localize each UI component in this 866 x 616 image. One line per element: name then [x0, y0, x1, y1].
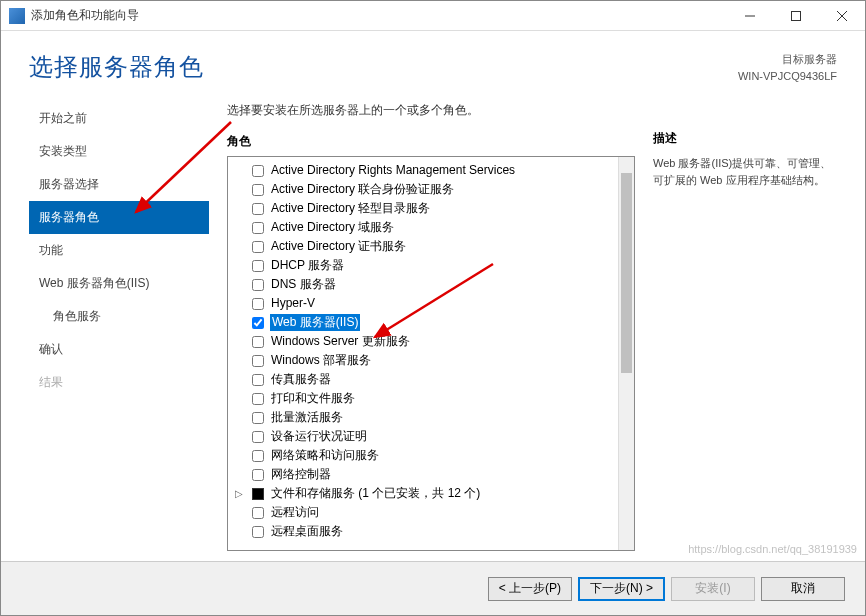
role-checkbox[interactable] — [252, 184, 264, 196]
role-row-19[interactable]: 远程桌面服务 — [228, 522, 634, 541]
role-row-7[interactable]: Hyper-V — [228, 294, 634, 313]
role-label: 网络策略和访问服务 — [270, 447, 380, 464]
role-label: DNS 服务器 — [270, 276, 337, 293]
sidebar-item-2[interactable]: 服务器选择 — [29, 168, 209, 201]
role-checkbox[interactable] — [252, 279, 264, 291]
sidebar-item-0[interactable]: 开始之前 — [29, 102, 209, 135]
role-row-1[interactable]: Active Directory 联合身份验证服务 — [228, 180, 634, 199]
target-label: 目标服务器 — [738, 51, 837, 68]
role-label: Active Directory 联合身份验证服务 — [270, 181, 455, 198]
main-area: 开始之前安装类型服务器选择服务器角色功能Web 服务器角色(IIS)角色服务确认… — [1, 96, 865, 561]
expand-icon[interactable]: ▷ — [234, 485, 244, 502]
role-row-6[interactable]: DNS 服务器 — [228, 275, 634, 294]
role-checkbox[interactable] — [252, 336, 264, 348]
role-checkbox[interactable] — [252, 469, 264, 481]
role-checkbox[interactable] — [252, 431, 264, 443]
role-label: Active Directory Rights Management Servi… — [270, 162, 516, 179]
role-label: 远程访问 — [270, 504, 320, 521]
role-label: 文件和存储服务 (1 个已安装，共 12 个) — [270, 485, 481, 502]
role-row-2[interactable]: Active Directory 轻型目录服务 — [228, 199, 634, 218]
watermark: https://blog.csdn.net/qq_38191939 — [688, 543, 857, 555]
role-row-17[interactable]: ▷文件和存储服务 (1 个已安装，共 12 个) — [228, 484, 634, 503]
instruction-text: 选择要安装在所选服务器上的一个或多个角色。 — [227, 96, 635, 133]
sidebar-item-8: 结果 — [29, 366, 209, 399]
role-row-5[interactable]: DHCP 服务器 — [228, 256, 634, 275]
sidebar-item-3[interactable]: 服务器角色 — [29, 201, 209, 234]
role-checkbox[interactable] — [252, 165, 264, 177]
description-panel: 描述 Web 服务器(IIS)提供可靠、可管理、可扩展的 Web 应用程序基础结… — [635, 96, 837, 551]
roles-section-label: 角色 — [227, 133, 635, 156]
role-label: Active Directory 域服务 — [270, 219, 395, 236]
close-button[interactable] — [819, 1, 865, 30]
role-label: DHCP 服务器 — [270, 257, 345, 274]
header: 选择服务器角色 目标服务器 WIN-VPJCQ9436LF — [1, 31, 865, 96]
content-area: 选择服务器角色 目标服务器 WIN-VPJCQ9436LF 开始之前安装类型服务… — [1, 31, 865, 615]
maximize-button[interactable] — [773, 1, 819, 30]
role-checkbox[interactable] — [252, 260, 264, 272]
role-label: Windows 部署服务 — [270, 352, 372, 369]
role-label: Web 服务器(IIS) — [270, 314, 360, 331]
sidebar-item-4[interactable]: 功能 — [29, 234, 209, 267]
footer: < 上一步(P) 下一步(N) > 安装(I) 取消 — [1, 561, 865, 615]
roles-scroll[interactable]: Active Directory Rights Management Servi… — [228, 157, 634, 550]
window-controls — [727, 1, 865, 30]
prev-button[interactable]: < 上一步(P) — [488, 577, 572, 601]
sidebar-item-7[interactable]: 确认 — [29, 333, 209, 366]
scrollbar[interactable] — [618, 157, 634, 550]
role-row-0[interactable]: Active Directory Rights Management Servi… — [228, 161, 634, 180]
role-label: 网络控制器 — [270, 466, 332, 483]
minimize-button[interactable] — [727, 1, 773, 30]
role-checkbox[interactable] — [252, 374, 264, 386]
role-label: 打印和文件服务 — [270, 390, 356, 407]
description-title: 描述 — [653, 130, 837, 155]
role-row-12[interactable]: 打印和文件服务 — [228, 389, 634, 408]
role-label: 传真服务器 — [270, 371, 332, 388]
role-checkbox[interactable] — [252, 222, 264, 234]
role-label: Active Directory 证书服务 — [270, 238, 407, 255]
role-checkbox[interactable] — [252, 317, 264, 329]
sidebar-item-5[interactable]: Web 服务器角色(IIS) — [29, 267, 209, 300]
role-label: Windows Server 更新服务 — [270, 333, 411, 350]
window-title: 添加角色和功能向导 — [31, 7, 727, 24]
role-row-4[interactable]: Active Directory 证书服务 — [228, 237, 634, 256]
scrollbar-thumb[interactable] — [621, 173, 632, 373]
role-label: 批量激活服务 — [270, 409, 344, 426]
role-checkbox[interactable] — [252, 450, 264, 462]
role-label: Hyper-V — [270, 295, 316, 312]
target-server: WIN-VPJCQ9436LF — [738, 68, 837, 85]
role-checkbox[interactable] — [252, 298, 264, 310]
role-row-10[interactable]: Windows 部署服务 — [228, 351, 634, 370]
next-button[interactable]: 下一步(N) > — [578, 577, 665, 601]
role-row-14[interactable]: 设备运行状况证明 — [228, 427, 634, 446]
role-checkbox[interactable] — [252, 355, 264, 367]
sidebar-item-6[interactable]: 角色服务 — [29, 300, 209, 333]
role-checkbox[interactable] — [252, 526, 264, 538]
roles-list: Active Directory Rights Management Servi… — [227, 156, 635, 551]
role-row-8[interactable]: Web 服务器(IIS) — [228, 313, 634, 332]
cancel-button[interactable]: 取消 — [761, 577, 845, 601]
role-checkbox[interactable] — [252, 393, 264, 405]
role-row-11[interactable]: 传真服务器 — [228, 370, 634, 389]
center-panel: 选择要安装在所选服务器上的一个或多个角色。 角色 Active Director… — [209, 96, 635, 551]
sidebar-item-1[interactable]: 安装类型 — [29, 135, 209, 168]
role-checkbox[interactable] — [252, 507, 264, 519]
role-label: 设备运行状况证明 — [270, 428, 368, 445]
sidebar: 开始之前安装类型服务器选择服务器角色功能Web 服务器角色(IIS)角色服务确认… — [29, 96, 209, 551]
role-row-16[interactable]: 网络控制器 — [228, 465, 634, 484]
page-title: 选择服务器角色 — [29, 51, 204, 83]
role-row-15[interactable]: 网络策略和访问服务 — [228, 446, 634, 465]
svg-rect-1 — [792, 11, 801, 20]
checkbox-partial[interactable] — [252, 488, 264, 500]
description-text: Web 服务器(IIS)提供可靠、可管理、可扩展的 Web 应用程序基础结构。 — [653, 155, 837, 188]
install-button[interactable]: 安装(I) — [671, 577, 755, 601]
role-checkbox[interactable] — [252, 241, 264, 253]
role-row-3[interactable]: Active Directory 域服务 — [228, 218, 634, 237]
app-icon — [9, 8, 25, 24]
role-checkbox[interactable] — [252, 412, 264, 424]
role-checkbox[interactable] — [252, 203, 264, 215]
role-row-9[interactable]: Windows Server 更新服务 — [228, 332, 634, 351]
role-row-18[interactable]: 远程访问 — [228, 503, 634, 522]
role-row-13[interactable]: 批量激活服务 — [228, 408, 634, 427]
target-info: 目标服务器 WIN-VPJCQ9436LF — [738, 51, 837, 84]
role-label: Active Directory 轻型目录服务 — [270, 200, 431, 217]
